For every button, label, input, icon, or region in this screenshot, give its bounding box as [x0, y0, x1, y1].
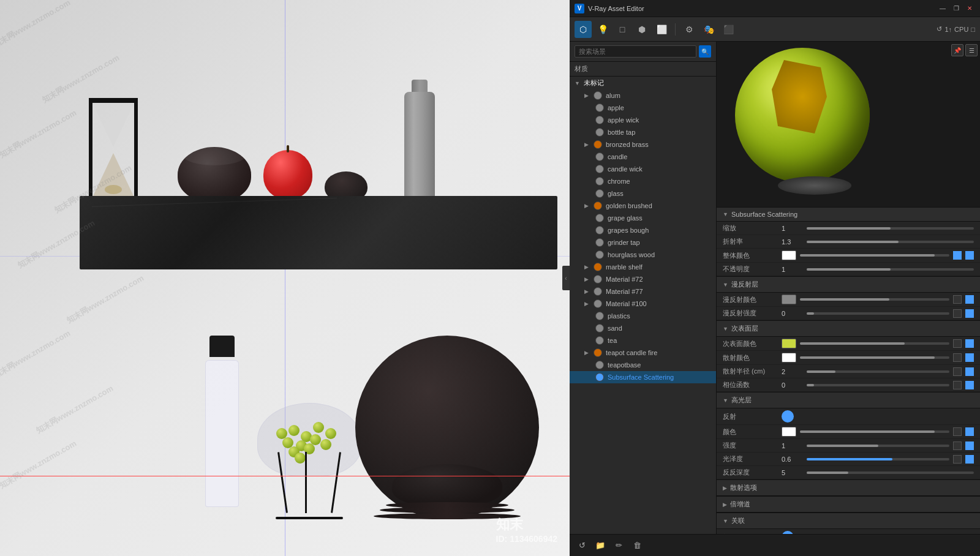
- bottom-refresh-btn[interactable]: ↺: [575, 538, 589, 553]
- prop-cb-diff-int[interactable]: [953, 309, 962, 318]
- list-item[interactable]: ▶ golden brushed: [570, 200, 716, 212]
- prop-cb-sss2[interactable]: [965, 339, 974, 348]
- prop-cb-overall[interactable]: [953, 251, 962, 260]
- prop-swatch-scatter[interactable]: [782, 353, 796, 363]
- toolbar-extra-btn[interactable]: ⬛: [720, 21, 737, 38]
- toolbar-render-btn[interactable]: ⬜: [653, 21, 670, 38]
- prop-slider-overall[interactable]: [800, 254, 949, 257]
- prop-slider-scatter[interactable]: [800, 356, 949, 359]
- prop-section-fog[interactable]: ▶ 散射选项: [717, 479, 980, 496]
- prop-cb-overall2[interactable]: [965, 251, 974, 260]
- preview-list-btn[interactable]: ☰: [965, 44, 978, 56]
- list-item[interactable]: chrome: [570, 175, 716, 187]
- search-button[interactable]: 🔍: [699, 45, 711, 58]
- prop-swatch-diffuse[interactable]: [782, 295, 796, 304]
- close-button[interactable]: ✕: [964, 3, 975, 14]
- collapse-handle[interactable]: ‹: [562, 266, 570, 290]
- preview-pin-btn[interactable]: 📌: [951, 44, 963, 56]
- toolbar-geometry-btn[interactable]: □: [614, 21, 631, 38]
- prop-val-depth[interactable]: 5: [782, 469, 803, 476]
- prop-cb-spec2[interactable]: [965, 427, 974, 436]
- prop-cb-scatter2[interactable]: [965, 353, 974, 362]
- prop-val-opacity[interactable]: 1: [782, 266, 803, 273]
- minimize-button[interactable]: —: [937, 3, 948, 14]
- list-item[interactable]: tea: [570, 334, 716, 347]
- toolbar-settings-btn[interactable]: ⚙: [680, 21, 698, 38]
- prop-slider-diffuse-int[interactable]: [807, 312, 949, 315]
- prop-val-ior[interactable]: 1.3: [782, 238, 803, 246]
- prop-slider-sss-color[interactable]: [800, 342, 949, 345]
- prop-section-sss[interactable]: ▼ Subsurface Scattering: [717, 207, 980, 222]
- prop-section-diffuse[interactable]: ▼ 漫反射层: [717, 276, 980, 293]
- prop-cb-spec-i2[interactable]: [965, 441, 974, 450]
- prop-section-sss2[interactable]: ▼ 次表面层: [717, 320, 980, 337]
- list-item[interactable]: hourglass wood: [570, 249, 716, 261]
- list-item[interactable]: glass: [570, 187, 716, 200]
- prop-slider-spec-int[interactable]: [807, 445, 949, 447]
- prop-slider-gloss[interactable]: [807, 458, 949, 460]
- list-item[interactable]: apple wick: [570, 114, 716, 126]
- list-item[interactable]: grapes bough: [570, 224, 716, 236]
- restore-button[interactable]: ❐: [951, 3, 962, 14]
- toolbar-lights-btn[interactable]: 💡: [594, 21, 611, 38]
- list-item[interactable]: ▶ teapot candle fire: [570, 347, 716, 359]
- list-item[interactable]: ▶ bronzed brass: [570, 138, 716, 151]
- prop-swatch-sss[interactable]: [782, 339, 796, 348]
- toolbar-window-icon[interactable]: □: [971, 26, 975, 33]
- title-controls[interactable]: — ❐ ✕: [937, 3, 975, 14]
- bottom-folder-btn[interactable]: 📁: [593, 538, 608, 553]
- prop-cb-diffuse2[interactable]: [965, 295, 974, 304]
- list-item[interactable]: sand: [570, 322, 716, 334]
- prop-val-spec-int[interactable]: 1: [782, 442, 803, 449]
- toolbar-materials-btn[interactable]: ⬡: [575, 21, 592, 38]
- bottom-edit-btn[interactable]: ✏: [611, 538, 626, 553]
- prop-val-gloss[interactable]: 0.6: [782, 456, 803, 463]
- prop-section-specular[interactable]: ▼ 高光层: [717, 392, 980, 408]
- prop-cb-spec-i[interactable]: [953, 441, 962, 450]
- list-item[interactable]: grape glass: [570, 212, 716, 224]
- prop-slider-phase[interactable]: [807, 384, 949, 386]
- prop-toggle-reflect[interactable]: [782, 410, 794, 423]
- prop-swatch-overall[interactable]: [782, 250, 796, 260]
- prop-cb-diff-int2[interactable]: [965, 309, 974, 318]
- list-item[interactable]: ▶ Material #100: [570, 298, 716, 310]
- prop-val-diffuse-int[interactable]: 0: [782, 310, 803, 317]
- list-item[interactable]: teapotbase: [570, 359, 716, 371]
- prop-section-extra[interactable]: ▶ 倍增道: [717, 496, 980, 513]
- prop-cb-phase[interactable]: [953, 381, 962, 389]
- prop-section-link[interactable]: ▼ 关联: [717, 513, 980, 529]
- list-item[interactable]: grinder tap: [570, 236, 716, 249]
- prop-cb-sss[interactable]: [953, 339, 962, 348]
- material-group-unmarked[interactable]: ▼ 未标记: [570, 77, 716, 89]
- material-list[interactable]: ▼ 未标记 ▶ alum apple apple wick: [570, 77, 716, 534]
- prop-swatch-spec[interactable]: [782, 427, 796, 437]
- toolbar-refresh-icon[interactable]: ↺: [937, 25, 942, 33]
- properties-area[interactable]: ▼ Subsurface Scattering 缩放 1 折射率 1.3: [717, 207, 980, 534]
- prop-slider-ior[interactable]: [807, 241, 974, 243]
- list-item[interactable]: plastics: [570, 310, 716, 322]
- prop-slider-scatter-r[interactable]: [807, 370, 949, 373]
- list-item[interactable]: ▶ Material #72: [570, 273, 716, 285]
- prop-val-phase[interactable]: 0: [782, 381, 803, 389]
- list-item[interactable]: candle: [570, 151, 716, 163]
- prop-cb-sr2[interactable]: [965, 367, 974, 376]
- prop-slider-diffuse[interactable]: [800, 298, 949, 301]
- subsurface-scattering-item[interactable]: Subsurface Scattering: [570, 371, 716, 383]
- toolbar-viewport-btn[interactable]: 🎭: [700, 21, 717, 38]
- prop-slider-scale[interactable]: [807, 227, 974, 230]
- prop-val-scale[interactable]: 1: [782, 225, 803, 232]
- list-item[interactable]: apple: [570, 102, 716, 114]
- prop-val-scatter-r[interactable]: 2: [782, 368, 803, 375]
- list-item[interactable]: ▶ Material #77: [570, 285, 716, 298]
- prop-slider-spec-color[interactable]: [800, 430, 949, 433]
- prop-cb-scatter[interactable]: [953, 353, 962, 362]
- prop-cb-gloss2[interactable]: [965, 455, 974, 464]
- toolbar-textures-btn[interactable]: ⬢: [633, 21, 650, 38]
- bottom-delete-btn[interactable]: 🗑: [630, 538, 644, 553]
- list-item[interactable]: candle wick: [570, 163, 716, 175]
- prop-cb-spec[interactable]: [953, 427, 962, 436]
- prop-cb-diffuse[interactable]: [953, 295, 962, 304]
- list-item[interactable]: ▶ marble shelf: [570, 261, 716, 273]
- prop-slider-depth[interactable]: [807, 471, 974, 474]
- prop-cb-phase2[interactable]: [965, 381, 974, 389]
